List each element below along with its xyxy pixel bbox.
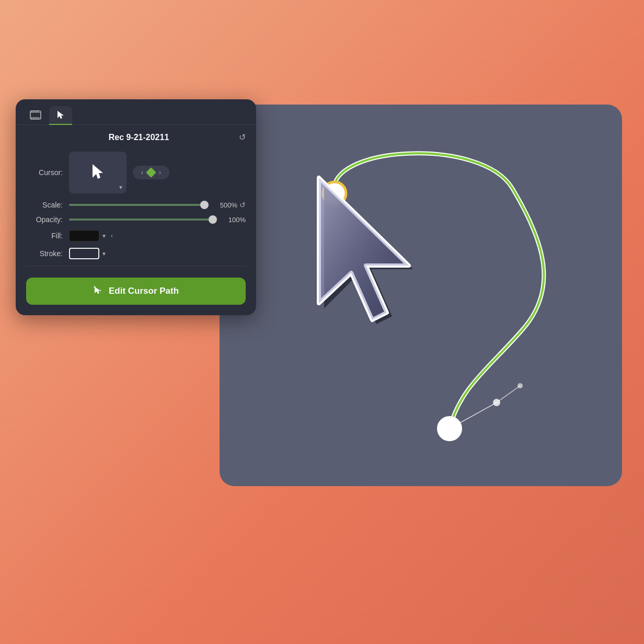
cursor-preview-icon bbox=[89, 163, 106, 182]
svg-point-5 bbox=[518, 383, 523, 388]
edit-path-icon bbox=[93, 286, 104, 296]
svg-point-4 bbox=[493, 399, 500, 406]
divider bbox=[26, 266, 246, 266]
cursor-preview[interactable]: ▼ bbox=[69, 152, 126, 193]
svg-rect-16 bbox=[33, 118, 34, 119]
svg-point-22 bbox=[94, 286, 96, 288]
cursor-tab-icon bbox=[55, 110, 66, 120]
scale-value: 500% bbox=[214, 201, 237, 209]
svg-rect-10 bbox=[30, 112, 41, 118]
panel-title-row: Rec 9-21-20211 ↺ bbox=[16, 125, 256, 148]
fill-chevron: ‹ bbox=[111, 232, 113, 239]
scale-slider-track[interactable] bbox=[69, 204, 209, 206]
panel-body: Cursor: ▼ ‹ › Scale: 500% ↺ bbox=[16, 148, 256, 278]
fill-row: Fill: ▼ ‹ bbox=[26, 230, 246, 242]
scale-row: Scale: 500% ↺ bbox=[26, 201, 246, 209]
diamond-nav: ‹ › bbox=[133, 166, 169, 179]
edit-cursor-path-button[interactable]: Edit Cursor Path bbox=[26, 278, 246, 305]
opacity-row: Opacity: 100% bbox=[26, 215, 246, 224]
svg-rect-13 bbox=[36, 111, 37, 112]
panel-tabs bbox=[16, 99, 256, 125]
cursor-field-row: Cursor: ▼ ‹ › bbox=[26, 152, 246, 193]
fill-swatch[interactable] bbox=[69, 230, 99, 242]
scale-reset-button[interactable]: ↺ bbox=[239, 201, 246, 209]
stroke-label: Stroke: bbox=[26, 249, 63, 258]
svg-marker-20 bbox=[93, 164, 103, 179]
filmstrip-tab[interactable] bbox=[24, 106, 47, 124]
svg-point-3 bbox=[438, 417, 461, 440]
stroke-row: Stroke: ▼ bbox=[26, 248, 246, 259]
cursor-label: Cursor: bbox=[26, 168, 63, 177]
opacity-label: Opacity: bbox=[26, 215, 63, 224]
fill-label: Fill: bbox=[26, 232, 63, 240]
svg-point-23 bbox=[99, 290, 101, 292]
opacity-slider-thumb[interactable] bbox=[209, 215, 217, 224]
filmstrip-icon bbox=[30, 110, 41, 120]
nav-next-button[interactable]: › bbox=[158, 169, 162, 176]
panel: Rec 9-21-20211 ↺ Cursor: ▼ ‹ › Scale: bbox=[16, 99, 256, 315]
svg-marker-21 bbox=[95, 287, 100, 294]
svg-rect-12 bbox=[33, 111, 34, 112]
svg-marker-19 bbox=[58, 111, 64, 119]
scale-slider-thumb[interactable] bbox=[200, 201, 209, 209]
fill-dropdown-arrow: ▼ bbox=[101, 233, 107, 239]
opacity-value: 100% bbox=[222, 216, 246, 224]
cursor-dropdown-arrow: ▼ bbox=[118, 185, 123, 190]
stroke-swatch[interactable] bbox=[69, 248, 99, 259]
scale-label: Scale: bbox=[26, 201, 63, 209]
svg-rect-17 bbox=[36, 118, 37, 119]
svg-line-1 bbox=[497, 386, 520, 402]
svg-line-0 bbox=[450, 402, 497, 429]
opacity-slider-track[interactable] bbox=[69, 218, 217, 221]
stroke-dropdown-arrow: ▼ bbox=[101, 251, 107, 257]
svg-rect-11 bbox=[31, 111, 32, 112]
svg-rect-14 bbox=[38, 111, 39, 112]
edit-cursor-path-label: Edit Cursor Path bbox=[109, 286, 179, 296]
canvas-area bbox=[220, 105, 622, 486]
cursor-tab[interactable] bbox=[49, 106, 72, 125]
svg-rect-18 bbox=[38, 118, 39, 119]
nav-prev-button[interactable]: ‹ bbox=[140, 169, 144, 176]
panel-title: Rec 9-21-20211 bbox=[39, 133, 239, 142]
big-cursor bbox=[308, 172, 455, 342]
refresh-button[interactable]: ↺ bbox=[239, 132, 246, 142]
svg-rect-15 bbox=[31, 118, 32, 119]
keyframe-diamond-icon bbox=[146, 167, 156, 178]
